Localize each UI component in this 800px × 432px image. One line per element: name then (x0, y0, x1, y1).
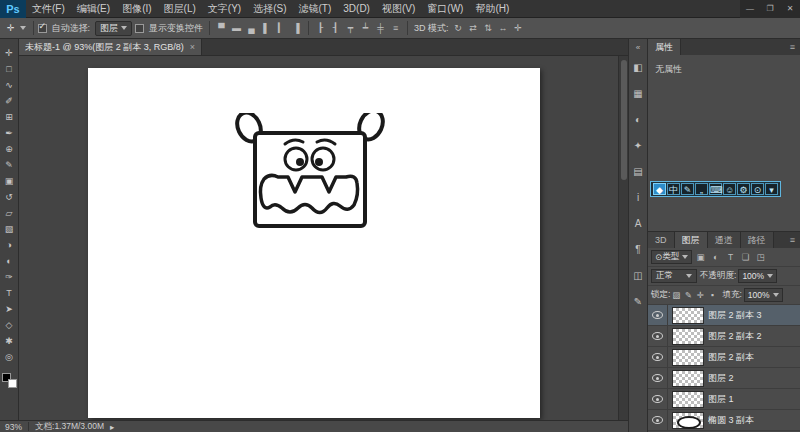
blur-tool-icon[interactable]: ◑ (0, 237, 18, 253)
layer-name[interactable]: 椭圆 3 副本 (708, 414, 754, 427)
eyedropper-tool-icon[interactable]: ✒ (0, 125, 18, 141)
layer-filter-dropdown[interactable]: ⊙ 类型 (651, 250, 692, 264)
lock-all-icon[interactable]: ▪ (706, 290, 718, 300)
brush-tool-icon[interactable]: ✎ (0, 157, 18, 173)
hand-tool-icon[interactable]: ✱ (0, 333, 18, 349)
layer-row[interactable]: 图层 1 (648, 389, 800, 410)
layer-name[interactable]: 图层 2 (708, 372, 734, 385)
3d-roll-icon[interactable]: ⇄ (466, 23, 481, 33)
layer-thumbnail[interactable] (672, 307, 704, 324)
ime-search-icon[interactable]: ⊙ (751, 183, 764, 195)
tab-layers[interactable]: 图层 (675, 232, 708, 248)
layer-visibility-toggle[interactable] (648, 389, 668, 409)
layer-row[interactable]: 图层 2 副本 3 (648, 305, 800, 326)
layer-row[interactable]: 图层 2 副本 (648, 347, 800, 368)
filter-shape-icon[interactable]: ❏ (739, 252, 752, 262)
scrollbar-thumb[interactable] (621, 60, 627, 180)
layer-row[interactable]: 椭圆 3 副本 (648, 410, 800, 431)
menu-file[interactable]: 文件(F) (26, 0, 71, 18)
info-panel-icon[interactable]: i (629, 185, 647, 211)
align-bottom-icon[interactable]: ▄ (244, 23, 259, 33)
layer-row[interactable]: 图层 2 副本 2 (648, 326, 800, 347)
ime-toolbox-icon[interactable]: ⚙ (737, 183, 750, 195)
layer-thumbnail[interactable] (672, 370, 704, 387)
healing-brush-tool-icon[interactable]: ⊕ (0, 141, 18, 157)
show-transform-checkbox[interactable] (135, 24, 144, 33)
3d-slide-icon[interactable]: ↔ (496, 23, 511, 33)
document-tab[interactable]: 未标题-1 @ 93%(图层 2 副本 3, RGB/8) × (19, 39, 202, 55)
shape-tool-icon[interactable]: ◇ (0, 317, 18, 333)
layer-visibility-toggle[interactable] (648, 347, 668, 367)
clone-source-panel-icon[interactable]: ◫ (629, 263, 647, 289)
paragraph-panel-icon[interactable]: ¶ (629, 237, 647, 263)
ime-keyboard-icon[interactable]: ⌨ (709, 183, 722, 195)
layer-name[interactable]: 图层 2 副本 2 (708, 330, 762, 343)
panel-menu-icon[interactable]: ≡ (785, 232, 800, 248)
filter-type-icon[interactable]: T (724, 252, 737, 262)
color-panel-icon[interactable]: ◧ (629, 55, 647, 81)
background-color-swatch[interactable] (8, 379, 17, 388)
ime-punctuation-icon[interactable]: „ (695, 183, 708, 195)
document-vertical-scrollbar[interactable] (618, 56, 628, 420)
layer-row[interactable]: 图层 2 (648, 368, 800, 389)
align-top-icon[interactable]: ▀ (214, 23, 229, 33)
align-right-icon[interactable]: ▐ (289, 23, 304, 33)
tab-channels[interactable]: 通道 (708, 232, 741, 248)
layer-visibility-toggle[interactable] (648, 326, 668, 346)
ime-mode-icon[interactable]: 中 (667, 183, 680, 195)
zoom-tool-icon[interactable]: ◎ (0, 349, 18, 365)
close-button[interactable]: ✕ (780, 0, 800, 18)
pen-tool-icon[interactable]: ✑ (0, 269, 18, 285)
menu-edit[interactable]: 编辑(E) (71, 0, 116, 18)
filter-pixel-icon[interactable]: ▣ (694, 252, 707, 262)
menu-type[interactable]: 文字(Y) (202, 0, 247, 18)
clone-stamp-tool-icon[interactable]: ▣ (0, 173, 18, 189)
ime-emoticon-icon[interactable]: ☺ (723, 183, 736, 195)
history-panel-icon[interactable]: ▤ (629, 159, 647, 185)
auto-select-checkbox[interactable]: ✓ (38, 24, 47, 33)
history-brush-tool-icon[interactable]: ↺ (0, 189, 18, 205)
gradient-tool-icon[interactable]: ▧ (0, 221, 18, 237)
adjustments-panel-icon[interactable]: ◐ (629, 107, 647, 133)
move-tool-icon[interactable]: ✛ (0, 45, 18, 61)
layer-visibility-toggle[interactable] (648, 368, 668, 388)
type-tool-icon[interactable]: T (0, 285, 18, 301)
quick-select-tool-icon[interactable]: ✐ (0, 93, 18, 109)
distribute-right-icon[interactable]: ≡ (388, 23, 403, 33)
swatches-panel-icon[interactable]: ▦ (629, 81, 647, 107)
minimize-button[interactable]: — (740, 0, 760, 18)
filter-smart-object-icon[interactable]: ◳ (754, 252, 767, 262)
menu-3d[interactable]: 3D(D) (337, 0, 376, 18)
opacity-select[interactable]: 100% (738, 269, 777, 283)
canvas[interactable] (88, 68, 540, 418)
auto-select-target-dropdown[interactable]: 图层 (95, 21, 132, 36)
layer-thumbnail[interactable] (672, 391, 704, 408)
menu-select[interactable]: 选择(S) (247, 0, 292, 18)
layer-visibility-toggle[interactable] (648, 410, 668, 430)
3d-scale-icon[interactable]: ✛ (511, 23, 526, 33)
layer-thumbnail[interactable] (672, 328, 704, 345)
marquee-tool-icon[interactable]: □ (0, 61, 18, 77)
zoom-level-field[interactable]: 93% (5, 422, 22, 432)
layer-visibility-toggle[interactable] (648, 305, 668, 325)
3d-rotate-icon[interactable]: ↻ (451, 23, 466, 33)
menu-help[interactable]: 帮助(H) (469, 0, 515, 18)
menu-window[interactable]: 窗口(W) (421, 0, 469, 18)
tool-preset-picker[interactable]: ✛ (4, 23, 29, 33)
lock-transparency-icon[interactable]: ▨ (670, 290, 682, 300)
filter-adjustment-icon[interactable]: ◐ (709, 252, 722, 262)
distribute-left-icon[interactable]: ┷ (358, 23, 373, 33)
menu-filter[interactable]: 滤镜(T) (293, 0, 338, 18)
ime-logo-icon[interactable]: ◆ (653, 183, 666, 195)
lasso-tool-icon[interactable]: ∿ (0, 77, 18, 93)
eraser-tool-icon[interactable]: ▱ (0, 205, 18, 221)
align-left-icon[interactable]: ▌ (259, 23, 274, 33)
tab-properties[interactable]: 属性 (648, 39, 681, 55)
ime-settings-icon[interactable]: ▾ (765, 183, 778, 195)
color-swatches[interactable] (2, 373, 17, 388)
close-document-icon[interactable]: × (190, 42, 195, 52)
distribute-bottom-icon[interactable]: ┯ (343, 23, 358, 33)
align-middle-icon[interactable]: ▬ (229, 23, 244, 33)
layer-name[interactable]: 图层 2 副本 (708, 351, 754, 364)
distribute-top-icon[interactable]: ┠ (313, 23, 328, 33)
